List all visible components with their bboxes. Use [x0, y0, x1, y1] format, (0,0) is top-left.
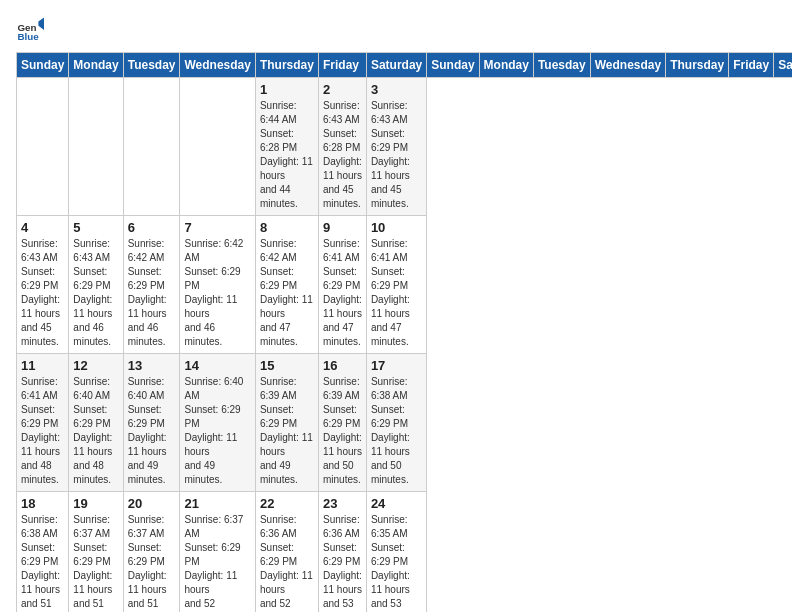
- column-header-wednesday: Wednesday: [180, 53, 255, 78]
- calendar-header-row: SundayMondayTuesdayWednesdayThursdayFrid…: [17, 53, 793, 78]
- day-info: Sunrise: 6:41 AMSunset: 6:29 PMDaylight:…: [21, 375, 64, 487]
- calendar-cell: 17Sunrise: 6:38 AMSunset: 6:29 PMDayligh…: [366, 354, 426, 492]
- calendar-cell: 1Sunrise: 6:44 AMSunset: 6:28 PMDaylight…: [255, 78, 318, 216]
- calendar-cell: 11Sunrise: 6:41 AMSunset: 6:29 PMDayligh…: [17, 354, 69, 492]
- day-number: 15: [260, 358, 314, 373]
- calendar-cell: 7Sunrise: 6:42 AMSunset: 6:29 PMDaylight…: [180, 216, 255, 354]
- day-number: 21: [184, 496, 250, 511]
- day-info: Sunrise: 6:38 AMSunset: 6:29 PMDaylight:…: [371, 375, 422, 487]
- calendar-cell: 14Sunrise: 6:40 AMSunset: 6:29 PMDayligh…: [180, 354, 255, 492]
- calendar-cell: [69, 78, 123, 216]
- day-number: 10: [371, 220, 422, 235]
- day-number: 14: [184, 358, 250, 373]
- day-number: 8: [260, 220, 314, 235]
- calendar-cell: 8Sunrise: 6:42 AMSunset: 6:29 PMDaylight…: [255, 216, 318, 354]
- calendar-cell: 24Sunrise: 6:35 AMSunset: 6:29 PMDayligh…: [366, 492, 426, 613]
- day-info: Sunrise: 6:36 AMSunset: 6:29 PMDaylight:…: [323, 513, 362, 612]
- column-header-sunday: Sunday: [17, 53, 69, 78]
- calendar-cell: 12Sunrise: 6:40 AMSunset: 6:29 PMDayligh…: [69, 354, 123, 492]
- column-header-tuesday: Tuesday: [533, 53, 590, 78]
- day-info: Sunrise: 6:40 AMSunset: 6:29 PMDaylight:…: [73, 375, 118, 487]
- calendar-cell: [123, 78, 180, 216]
- calendar-cell: 18Sunrise: 6:38 AMSunset: 6:29 PMDayligh…: [17, 492, 69, 613]
- column-header-tuesday: Tuesday: [123, 53, 180, 78]
- day-info: Sunrise: 6:40 AMSunset: 6:29 PMDaylight:…: [184, 375, 250, 487]
- day-number: 4: [21, 220, 64, 235]
- calendar-week-2: 4Sunrise: 6:43 AMSunset: 6:29 PMDaylight…: [17, 216, 793, 354]
- day-number: 24: [371, 496, 422, 511]
- calendar-week-3: 11Sunrise: 6:41 AMSunset: 6:29 PMDayligh…: [17, 354, 793, 492]
- column-header-thursday: Thursday: [666, 53, 729, 78]
- column-header-friday: Friday: [318, 53, 366, 78]
- column-header-friday: Friday: [729, 53, 774, 78]
- day-number: 22: [260, 496, 314, 511]
- day-number: 1: [260, 82, 314, 97]
- day-info: Sunrise: 6:44 AMSunset: 6:28 PMDaylight:…: [260, 99, 314, 211]
- day-number: 16: [323, 358, 362, 373]
- calendar-cell: 23Sunrise: 6:36 AMSunset: 6:29 PMDayligh…: [318, 492, 366, 613]
- day-number: 19: [73, 496, 118, 511]
- day-number: 9: [323, 220, 362, 235]
- day-info: Sunrise: 6:42 AMSunset: 6:29 PMDaylight:…: [128, 237, 176, 349]
- logo: Gen Blue: [16, 16, 48, 44]
- calendar-cell: 5Sunrise: 6:43 AMSunset: 6:29 PMDaylight…: [69, 216, 123, 354]
- column-header-sunday: Sunday: [427, 53, 479, 78]
- day-number: 12: [73, 358, 118, 373]
- day-number: 11: [21, 358, 64, 373]
- calendar-week-1: 1Sunrise: 6:44 AMSunset: 6:28 PMDaylight…: [17, 78, 793, 216]
- calendar-cell: [180, 78, 255, 216]
- svg-marker-2: [38, 17, 44, 30]
- day-info: Sunrise: 6:37 AMSunset: 6:29 PMDaylight:…: [128, 513, 176, 612]
- day-number: 7: [184, 220, 250, 235]
- day-number: 6: [128, 220, 176, 235]
- column-header-monday: Monday: [479, 53, 533, 78]
- day-info: Sunrise: 6:42 AMSunset: 6:29 PMDaylight:…: [260, 237, 314, 349]
- calendar-cell: 15Sunrise: 6:39 AMSunset: 6:29 PMDayligh…: [255, 354, 318, 492]
- day-info: Sunrise: 6:43 AMSunset: 6:29 PMDaylight:…: [73, 237, 118, 349]
- calendar-cell: 16Sunrise: 6:39 AMSunset: 6:29 PMDayligh…: [318, 354, 366, 492]
- day-number: 2: [323, 82, 362, 97]
- calendar-cell: 19Sunrise: 6:37 AMSunset: 6:29 PMDayligh…: [69, 492, 123, 613]
- day-info: Sunrise: 6:39 AMSunset: 6:29 PMDaylight:…: [323, 375, 362, 487]
- day-info: Sunrise: 6:43 AMSunset: 6:28 PMDaylight:…: [323, 99, 362, 211]
- day-info: Sunrise: 6:39 AMSunset: 6:29 PMDaylight:…: [260, 375, 314, 487]
- day-number: 17: [371, 358, 422, 373]
- day-number: 3: [371, 82, 422, 97]
- column-header-saturday: Saturday: [366, 53, 426, 78]
- calendar-cell: 13Sunrise: 6:40 AMSunset: 6:29 PMDayligh…: [123, 354, 180, 492]
- day-info: Sunrise: 6:43 AMSunset: 6:29 PMDaylight:…: [21, 237, 64, 349]
- calendar-cell: 2Sunrise: 6:43 AMSunset: 6:28 PMDaylight…: [318, 78, 366, 216]
- column-header-wednesday: Wednesday: [590, 53, 665, 78]
- day-number: 20: [128, 496, 176, 511]
- calendar-cell: 22Sunrise: 6:36 AMSunset: 6:29 PMDayligh…: [255, 492, 318, 613]
- calendar-cell: 20Sunrise: 6:37 AMSunset: 6:29 PMDayligh…: [123, 492, 180, 613]
- day-number: 23: [323, 496, 362, 511]
- column-header-thursday: Thursday: [255, 53, 318, 78]
- column-header-saturday: Saturday: [774, 53, 792, 78]
- day-number: 13: [128, 358, 176, 373]
- calendar-cell: [17, 78, 69, 216]
- day-info: Sunrise: 6:40 AMSunset: 6:29 PMDaylight:…: [128, 375, 176, 487]
- page-header: Gen Blue: [16, 16, 776, 44]
- calendar-table: SundayMondayTuesdayWednesdayThursdayFrid…: [16, 52, 792, 612]
- calendar-week-4: 18Sunrise: 6:38 AMSunset: 6:29 PMDayligh…: [17, 492, 793, 613]
- day-info: Sunrise: 6:35 AMSunset: 6:29 PMDaylight:…: [371, 513, 422, 612]
- calendar-cell: 4Sunrise: 6:43 AMSunset: 6:29 PMDaylight…: [17, 216, 69, 354]
- calendar-cell: 21Sunrise: 6:37 AMSunset: 6:29 PMDayligh…: [180, 492, 255, 613]
- column-header-monday: Monday: [69, 53, 123, 78]
- day-info: Sunrise: 6:37 AMSunset: 6:29 PMDaylight:…: [73, 513, 118, 612]
- logo-icon: Gen Blue: [16, 16, 44, 44]
- day-number: 18: [21, 496, 64, 511]
- day-info: Sunrise: 6:37 AMSunset: 6:29 PMDaylight:…: [184, 513, 250, 612]
- day-info: Sunrise: 6:38 AMSunset: 6:29 PMDaylight:…: [21, 513, 64, 612]
- calendar-cell: 9Sunrise: 6:41 AMSunset: 6:29 PMDaylight…: [318, 216, 366, 354]
- day-info: Sunrise: 6:43 AMSunset: 6:29 PMDaylight:…: [371, 99, 422, 211]
- day-info: Sunrise: 6:42 AMSunset: 6:29 PMDaylight:…: [184, 237, 250, 349]
- svg-text:Blue: Blue: [17, 31, 39, 42]
- day-info: Sunrise: 6:41 AMSunset: 6:29 PMDaylight:…: [323, 237, 362, 349]
- day-info: Sunrise: 6:36 AMSunset: 6:29 PMDaylight:…: [260, 513, 314, 612]
- calendar-cell: 6Sunrise: 6:42 AMSunset: 6:29 PMDaylight…: [123, 216, 180, 354]
- day-number: 5: [73, 220, 118, 235]
- calendar-cell: 3Sunrise: 6:43 AMSunset: 6:29 PMDaylight…: [366, 78, 426, 216]
- day-info: Sunrise: 6:41 AMSunset: 6:29 PMDaylight:…: [371, 237, 422, 349]
